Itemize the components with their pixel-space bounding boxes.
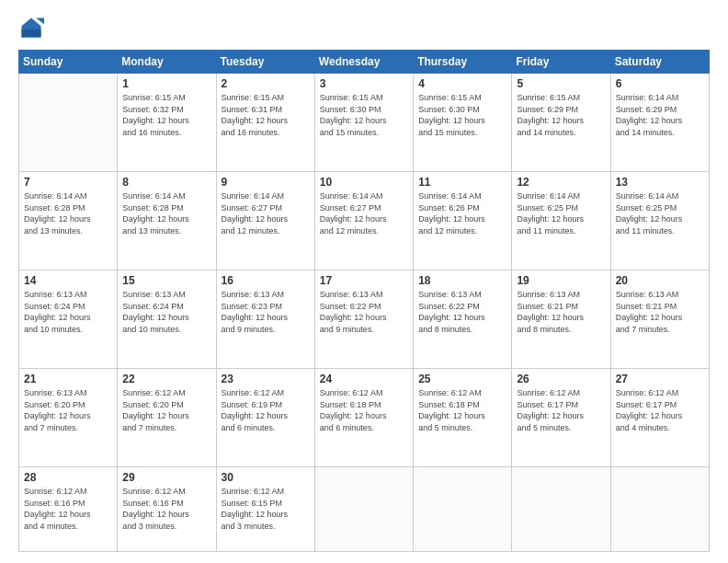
day-number: 13 (616, 176, 704, 189)
calendar-cell: 26Sunrise: 6:12 AM Sunset: 6:17 PM Dayli… (512, 369, 610, 467)
day-info: Sunrise: 6:13 AM Sunset: 6:21 PM Dayligh… (517, 289, 605, 335)
day-info: Sunrise: 6:14 AM Sunset: 6:27 PM Dayligh… (222, 190, 310, 236)
day-info: Sunrise: 6:14 AM Sunset: 6:25 PM Dayligh… (616, 190, 704, 236)
day-number: 1 (122, 77, 210, 90)
calendar-week-row: 14Sunrise: 6:13 AM Sunset: 6:24 PM Dayli… (19, 270, 710, 369)
calendar-cell: 4Sunrise: 6:15 AM Sunset: 6:30 PM Daylig… (414, 74, 512, 172)
day-number: 2 (222, 77, 310, 90)
calendar-cell: 28Sunrise: 6:12 AM Sunset: 6:16 PM Dayli… (19, 467, 118, 552)
day-info: Sunrise: 6:14 AM Sunset: 6:28 PM Dayligh… (122, 190, 210, 236)
day-info: Sunrise: 6:12 AM Sunset: 6:17 PM Dayligh… (616, 387, 704, 433)
calendar-week-row: 1Sunrise: 6:15 AM Sunset: 6:32 PM Daylig… (19, 74, 710, 172)
calendar-week-row: 21Sunrise: 6:13 AM Sunset: 6:20 PM Dayli… (19, 369, 710, 467)
calendar-cell (610, 467, 709, 552)
page: SundayMondayTuesdayWednesdayThursdayFrid… (0, 0, 728, 563)
calendar-cell (19, 74, 118, 172)
weekday-header-sunday: Sunday (19, 51, 118, 74)
day-info: Sunrise: 6:14 AM Sunset: 6:26 PM Dayligh… (418, 190, 506, 236)
calendar-week-row: 7Sunrise: 6:14 AM Sunset: 6:28 PM Daylig… (19, 172, 710, 270)
day-number: 22 (122, 373, 210, 385)
calendar-cell: 24Sunrise: 6:12 AM Sunset: 6:18 PM Dayli… (314, 369, 413, 467)
day-info: Sunrise: 6:13 AM Sunset: 6:22 PM Dayligh… (418, 289, 506, 335)
day-number: 18 (418, 274, 506, 287)
day-number: 20 (616, 274, 704, 287)
calendar-cell: 9Sunrise: 6:14 AM Sunset: 6:27 PM Daylig… (216, 172, 314, 270)
day-number: 11 (418, 176, 506, 189)
day-info: Sunrise: 6:14 AM Sunset: 6:29 PM Dayligh… (616, 92, 704, 138)
day-info: Sunrise: 6:12 AM Sunset: 6:17 PM Dayligh… (517, 387, 605, 433)
day-info: Sunrise: 6:14 AM Sunset: 6:25 PM Dayligh… (517, 190, 605, 236)
calendar-table: SundayMondayTuesdayWednesdayThursdayFrid… (18, 50, 710, 552)
day-info: Sunrise: 6:12 AM Sunset: 6:15 PM Dayligh… (222, 486, 310, 532)
day-number: 19 (517, 274, 605, 287)
svg-rect-2 (22, 29, 41, 38)
weekday-header-row: SundayMondayTuesdayWednesdayThursdayFrid… (19, 51, 710, 74)
day-number: 3 (320, 77, 408, 90)
day-number: 23 (222, 373, 310, 385)
weekday-header-friday: Friday (512, 51, 610, 74)
day-info: Sunrise: 6:13 AM Sunset: 6:24 PM Dayligh… (122, 289, 210, 335)
day-info: Sunrise: 6:12 AM Sunset: 6:18 PM Dayligh… (418, 387, 506, 433)
calendar-cell: 22Sunrise: 6:12 AM Sunset: 6:20 PM Dayli… (118, 369, 216, 467)
calendar-cell: 5Sunrise: 6:15 AM Sunset: 6:29 PM Daylig… (512, 74, 610, 172)
day-number: 5 (517, 77, 605, 90)
day-number: 9 (222, 176, 310, 189)
calendar-cell (414, 467, 512, 552)
day-number: 15 (122, 274, 210, 287)
day-info: Sunrise: 6:12 AM Sunset: 6:20 PM Dayligh… (122, 387, 210, 433)
day-info: Sunrise: 6:15 AM Sunset: 6:30 PM Dayligh… (320, 92, 408, 138)
calendar-cell: 17Sunrise: 6:13 AM Sunset: 6:22 PM Dayli… (314, 270, 413, 369)
header (18, 15, 710, 40)
calendar-cell: 11Sunrise: 6:14 AM Sunset: 6:26 PM Dayli… (414, 172, 512, 270)
day-info: Sunrise: 6:13 AM Sunset: 6:20 PM Dayligh… (24, 387, 112, 433)
weekday-header-tuesday: Tuesday (216, 51, 314, 74)
day-number: 8 (122, 176, 210, 189)
day-info: Sunrise: 6:14 AM Sunset: 6:27 PM Dayligh… (320, 190, 408, 236)
weekday-header-saturday: Saturday (610, 51, 709, 74)
day-number: 28 (24, 471, 112, 484)
logo (18, 15, 48, 40)
day-number: 7 (24, 176, 112, 189)
calendar-cell: 12Sunrise: 6:14 AM Sunset: 6:25 PM Dayli… (512, 172, 610, 270)
day-number: 30 (222, 471, 310, 484)
calendar-cell: 7Sunrise: 6:14 AM Sunset: 6:28 PM Daylig… (19, 172, 118, 270)
logo-icon (18, 15, 44, 40)
day-number: 21 (24, 373, 112, 385)
day-number: 12 (517, 176, 605, 189)
calendar-cell: 21Sunrise: 6:13 AM Sunset: 6:20 PM Dayli… (19, 369, 118, 467)
calendar-cell: 13Sunrise: 6:14 AM Sunset: 6:25 PM Dayli… (610, 172, 709, 270)
day-info: Sunrise: 6:13 AM Sunset: 6:23 PM Dayligh… (222, 289, 310, 335)
calendar-cell: 23Sunrise: 6:12 AM Sunset: 6:19 PM Dayli… (216, 369, 314, 467)
day-number: 14 (24, 274, 112, 287)
calendar-cell (314, 467, 413, 552)
day-info: Sunrise: 6:13 AM Sunset: 6:21 PM Dayligh… (616, 289, 704, 335)
day-number: 6 (616, 77, 704, 90)
day-info: Sunrise: 6:12 AM Sunset: 6:16 PM Dayligh… (122, 486, 210, 532)
calendar-cell (512, 467, 610, 552)
day-info: Sunrise: 6:12 AM Sunset: 6:18 PM Dayligh… (320, 387, 408, 433)
calendar-cell: 25Sunrise: 6:12 AM Sunset: 6:18 PM Dayli… (414, 369, 512, 467)
day-info: Sunrise: 6:14 AM Sunset: 6:28 PM Dayligh… (24, 190, 112, 236)
day-info: Sunrise: 6:12 AM Sunset: 6:19 PM Dayligh… (222, 387, 310, 433)
day-info: Sunrise: 6:12 AM Sunset: 6:16 PM Dayligh… (24, 486, 112, 532)
calendar-cell: 16Sunrise: 6:13 AM Sunset: 6:23 PM Dayli… (216, 270, 314, 369)
calendar-cell: 18Sunrise: 6:13 AM Sunset: 6:22 PM Dayli… (414, 270, 512, 369)
calendar-cell: 15Sunrise: 6:13 AM Sunset: 6:24 PM Dayli… (118, 270, 216, 369)
calendar-cell: 30Sunrise: 6:12 AM Sunset: 6:15 PM Dayli… (216, 467, 314, 552)
calendar-cell: 29Sunrise: 6:12 AM Sunset: 6:16 PM Dayli… (118, 467, 216, 552)
day-info: Sunrise: 6:13 AM Sunset: 6:24 PM Dayligh… (24, 289, 112, 335)
day-number: 29 (122, 471, 210, 484)
calendar-cell: 27Sunrise: 6:12 AM Sunset: 6:17 PM Dayli… (610, 369, 709, 467)
day-number: 24 (320, 373, 408, 385)
calendar-cell: 2Sunrise: 6:15 AM Sunset: 6:31 PM Daylig… (216, 74, 314, 172)
weekday-header-thursday: Thursday (414, 51, 512, 74)
day-number: 26 (517, 373, 605, 385)
day-number: 10 (320, 176, 408, 189)
day-number: 4 (418, 77, 506, 90)
calendar-cell: 20Sunrise: 6:13 AM Sunset: 6:21 PM Dayli… (610, 270, 709, 369)
day-number: 27 (616, 373, 704, 385)
day-info: Sunrise: 6:15 AM Sunset: 6:30 PM Dayligh… (418, 92, 506, 138)
day-number: 16 (222, 274, 310, 287)
day-info: Sunrise: 6:15 AM Sunset: 6:29 PM Dayligh… (517, 92, 605, 138)
weekday-header-monday: Monday (118, 51, 216, 74)
